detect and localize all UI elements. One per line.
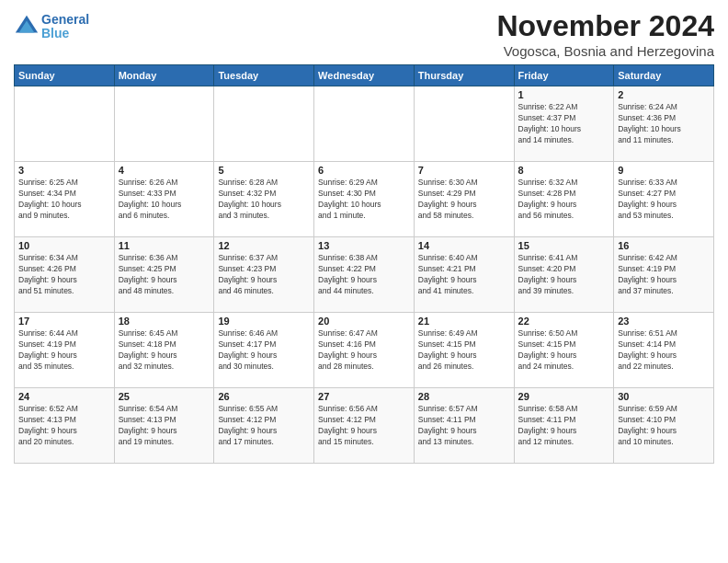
calendar-cell: 8Sunrise: 6:32 AM Sunset: 4:28 PM Daylig… <box>514 162 614 237</box>
day-number: 10 <box>18 240 110 251</box>
day-number: 14 <box>418 240 510 251</box>
day-info: Sunrise: 6:46 AM Sunset: 4:17 PM Dayligh… <box>218 328 310 373</box>
calendar-cell: 13Sunrise: 6:38 AM Sunset: 4:22 PM Dayli… <box>314 237 415 313</box>
day-info: Sunrise: 6:29 AM Sunset: 4:30 PM Dayligh… <box>318 178 410 222</box>
day-info: Sunrise: 6:57 AM Sunset: 4:11 PM Dayligh… <box>418 404 510 448</box>
day-info: Sunrise: 6:26 AM Sunset: 4:33 PM Dayligh… <box>119 178 210 222</box>
day-info: Sunrise: 6:36 AM Sunset: 4:25 PM Dayligh… <box>119 253 210 297</box>
day-number: 17 <box>18 316 110 327</box>
calendar-cell: 6Sunrise: 6:29 AM Sunset: 4:30 PM Daylig… <box>314 162 415 237</box>
logo-text: General Blue <box>41 13 89 41</box>
day-info: Sunrise: 6:56 AM Sunset: 4:12 PM Dayligh… <box>318 404 410 448</box>
main-title: November 2024 <box>496 9 714 43</box>
calendar-cell <box>214 86 314 162</box>
calendar-cell: 4Sunrise: 6:26 AM Sunset: 4:33 PM Daylig… <box>114 162 214 237</box>
title-area: November 2024 Vogosca, Bosnia and Herzeg… <box>496 9 714 59</box>
day-info: Sunrise: 6:22 AM Sunset: 4:37 PM Dayligh… <box>518 102 610 146</box>
day-number: 30 <box>618 391 710 402</box>
day-number: 5 <box>218 165 310 176</box>
day-number: 23 <box>618 316 710 327</box>
day-number: 13 <box>318 240 410 251</box>
day-number: 4 <box>119 165 210 176</box>
day-number: 2 <box>618 89 710 100</box>
calendar-cell: 15Sunrise: 6:41 AM Sunset: 4:20 PM Dayli… <box>514 237 614 313</box>
calendar-cell: 5Sunrise: 6:28 AM Sunset: 4:32 PM Daylig… <box>214 162 314 237</box>
calendar-cell: 29Sunrise: 6:58 AM Sunset: 4:11 PM Dayli… <box>514 388 614 464</box>
day-info: Sunrise: 6:25 AM Sunset: 4:34 PM Dayligh… <box>18 178 110 222</box>
day-info: Sunrise: 6:30 AM Sunset: 4:29 PM Dayligh… <box>418 178 510 222</box>
subtitle: Vogosca, Bosnia and Herzegovina <box>496 43 714 59</box>
day-info: Sunrise: 6:34 AM Sunset: 4:26 PM Dayligh… <box>18 253 110 297</box>
day-number: 8 <box>518 165 610 176</box>
calendar-week-2: 10Sunrise: 6:34 AM Sunset: 4:26 PM Dayli… <box>15 237 714 313</box>
header-row: Sunday Monday Tuesday Wednesday Thursday… <box>15 65 714 86</box>
calendar-cell <box>114 86 214 162</box>
day-number: 9 <box>618 165 710 176</box>
calendar-cell: 25Sunrise: 6:54 AM Sunset: 4:13 PM Dayli… <box>114 388 214 464</box>
logo-icon <box>14 14 40 40</box>
day-number: 7 <box>418 165 510 176</box>
calendar-cell <box>314 86 415 162</box>
day-number: 1 <box>518 89 610 100</box>
day-info: Sunrise: 6:47 AM Sunset: 4:16 PM Dayligh… <box>318 328 410 373</box>
header: General Blue November 2024 Vogosca, Bosn… <box>14 9 714 59</box>
col-monday: Monday <box>114 65 214 86</box>
calendar-cell <box>414 86 514 162</box>
day-number: 28 <box>418 391 510 402</box>
day-info: Sunrise: 6:37 AM Sunset: 4:23 PM Dayligh… <box>218 253 310 297</box>
day-info: Sunrise: 6:28 AM Sunset: 4:32 PM Dayligh… <box>218 178 310 222</box>
calendar-cell: 17Sunrise: 6:44 AM Sunset: 4:19 PM Dayli… <box>15 313 115 388</box>
calendar-cell: 20Sunrise: 6:47 AM Sunset: 4:16 PM Dayli… <box>314 313 415 388</box>
calendar-cell: 24Sunrise: 6:52 AM Sunset: 4:13 PM Dayli… <box>15 388 115 464</box>
day-info: Sunrise: 6:49 AM Sunset: 4:15 PM Dayligh… <box>418 328 510 373</box>
day-number: 27 <box>318 391 410 402</box>
calendar-cell: 18Sunrise: 6:45 AM Sunset: 4:18 PM Dayli… <box>114 313 214 388</box>
calendar-week-3: 17Sunrise: 6:44 AM Sunset: 4:19 PM Dayli… <box>15 313 714 388</box>
day-info: Sunrise: 6:50 AM Sunset: 4:15 PM Dayligh… <box>518 328 610 373</box>
calendar-cell: 3Sunrise: 6:25 AM Sunset: 4:34 PM Daylig… <box>15 162 115 237</box>
calendar-cell: 30Sunrise: 6:59 AM Sunset: 4:10 PM Dayli… <box>614 388 714 464</box>
day-number: 19 <box>218 316 310 327</box>
col-wednesday: Wednesday <box>314 65 415 86</box>
calendar-cell: 19Sunrise: 6:46 AM Sunset: 4:17 PM Dayli… <box>214 313 314 388</box>
day-number: 11 <box>119 240 210 251</box>
day-info: Sunrise: 6:54 AM Sunset: 4:13 PM Dayligh… <box>119 404 210 448</box>
calendar-cell: 14Sunrise: 6:40 AM Sunset: 4:21 PM Dayli… <box>414 237 514 313</box>
day-number: 3 <box>18 165 110 176</box>
day-number: 24 <box>18 391 110 402</box>
calendar-cell: 12Sunrise: 6:37 AM Sunset: 4:23 PM Dayli… <box>214 237 314 313</box>
day-info: Sunrise: 6:40 AM Sunset: 4:21 PM Dayligh… <box>418 253 510 297</box>
day-number: 16 <box>618 240 710 251</box>
col-sunday: Sunday <box>15 65 115 86</box>
day-info: Sunrise: 6:59 AM Sunset: 4:10 PM Dayligh… <box>618 404 710 448</box>
calendar-header: Sunday Monday Tuesday Wednesday Thursday… <box>15 65 714 86</box>
day-info: Sunrise: 6:32 AM Sunset: 4:28 PM Dayligh… <box>518 178 610 222</box>
calendar-cell: 27Sunrise: 6:56 AM Sunset: 4:12 PM Dayli… <box>314 388 415 464</box>
calendar-cell: 22Sunrise: 6:50 AM Sunset: 4:15 PM Dayli… <box>514 313 614 388</box>
day-info: Sunrise: 6:55 AM Sunset: 4:12 PM Dayligh… <box>218 404 310 448</box>
calendar-table: Sunday Monday Tuesday Wednesday Thursday… <box>14 64 714 464</box>
calendar-body: 1Sunrise: 6:22 AM Sunset: 4:37 PM Daylig… <box>15 86 714 464</box>
col-tuesday: Tuesday <box>214 65 314 86</box>
day-info: Sunrise: 6:52 AM Sunset: 4:13 PM Dayligh… <box>18 404 110 448</box>
day-info: Sunrise: 6:51 AM Sunset: 4:14 PM Dayligh… <box>618 328 710 373</box>
logo: General Blue <box>14 13 89 41</box>
calendar-cell: 10Sunrise: 6:34 AM Sunset: 4:26 PM Dayli… <box>15 237 115 313</box>
calendar-cell: 9Sunrise: 6:33 AM Sunset: 4:27 PM Daylig… <box>614 162 714 237</box>
day-info: Sunrise: 6:38 AM Sunset: 4:22 PM Dayligh… <box>318 253 410 297</box>
calendar-cell: 16Sunrise: 6:42 AM Sunset: 4:19 PM Dayli… <box>614 237 714 313</box>
day-number: 22 <box>518 316 610 327</box>
col-saturday: Saturday <box>614 65 714 86</box>
day-number: 21 <box>418 316 510 327</box>
day-number: 26 <box>218 391 310 402</box>
col-friday: Friday <box>514 65 614 86</box>
day-number: 12 <box>218 240 310 251</box>
day-number: 29 <box>518 391 610 402</box>
day-number: 25 <box>119 391 210 402</box>
calendar-week-0: 1Sunrise: 6:22 AM Sunset: 4:37 PM Daylig… <box>15 86 714 162</box>
calendar-cell: 28Sunrise: 6:57 AM Sunset: 4:11 PM Dayli… <box>414 388 514 464</box>
day-number: 20 <box>318 316 410 327</box>
calendar-cell: 11Sunrise: 6:36 AM Sunset: 4:25 PM Dayli… <box>114 237 214 313</box>
calendar-cell: 23Sunrise: 6:51 AM Sunset: 4:14 PM Dayli… <box>614 313 714 388</box>
day-info: Sunrise: 6:42 AM Sunset: 4:19 PM Dayligh… <box>618 253 710 297</box>
